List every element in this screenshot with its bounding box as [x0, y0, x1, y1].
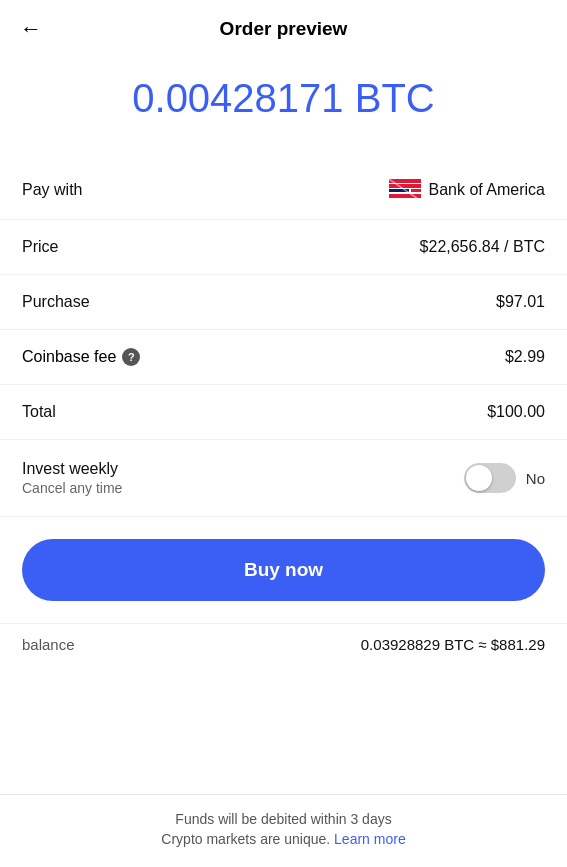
pay-with-value[interactable]: Bank of America: [389, 179, 546, 201]
toggle-state-label: No: [526, 470, 545, 487]
price-row: Price $22,656.84 / BTC: [0, 220, 567, 275]
boa-name: Bank of America: [429, 181, 546, 199]
invest-toggle[interactable]: [464, 463, 516, 493]
buy-now-button[interactable]: Buy now: [22, 539, 545, 601]
footer-line2-pre: Crypto markets are unique.: [161, 831, 330, 847]
footer: Funds will be debited within 3 days Cryp…: [0, 794, 567, 867]
cancel-anytime-label: Cancel any time: [22, 480, 122, 496]
balance-label: balance: [22, 636, 75, 653]
footer-line1: Funds will be debited within 3 days: [20, 811, 547, 827]
purchase-value: $97.01: [496, 293, 545, 311]
total-value: $100.00: [487, 403, 545, 421]
total-label: Total: [22, 403, 56, 421]
fee-label-group: Coinbase fee ?: [22, 348, 140, 366]
invest-weekly-row: Invest weekly Cancel any time No: [0, 440, 567, 517]
fee-value: $2.99: [505, 348, 545, 366]
page-title: Order preview: [220, 18, 348, 40]
footer-line2: Crypto markets are unique. Learn more: [20, 831, 547, 847]
toggle-knob: [466, 465, 492, 491]
balance-row: balance 0.03928829 BTC ≈ $881.29: [0, 623, 567, 665]
total-row: Total $100.00: [0, 385, 567, 440]
svg-rect-3: [411, 189, 421, 192]
pay-with-row: Pay with Bank of America: [0, 161, 567, 220]
pay-with-label: Pay with: [22, 181, 82, 199]
order-preview-header: ← Order preview: [0, 0, 567, 58]
invest-toggle-group: No: [464, 463, 545, 493]
purchase-row: Purchase $97.01: [0, 275, 567, 330]
price-value: $22,656.84 / BTC: [420, 238, 545, 256]
btc-amount-display: 0.00428171 BTC: [0, 58, 567, 161]
invest-label-group: Invest weekly Cancel any time: [22, 460, 122, 496]
learn-more-link[interactable]: Learn more: [334, 831, 406, 847]
fee-help-icon[interactable]: ?: [122, 348, 140, 366]
boa-logo: [389, 179, 421, 201]
svg-rect-1: [389, 184, 421, 188]
invest-weekly-label: Invest weekly: [22, 460, 122, 478]
back-button[interactable]: ←: [20, 16, 42, 42]
purchase-label: Purchase: [22, 293, 90, 311]
fee-row: Coinbase fee ? $2.99: [0, 330, 567, 385]
fee-label: Coinbase fee: [22, 348, 116, 366]
price-label: Price: [22, 238, 58, 256]
balance-value: 0.03928829 BTC ≈ $881.29: [361, 636, 545, 653]
